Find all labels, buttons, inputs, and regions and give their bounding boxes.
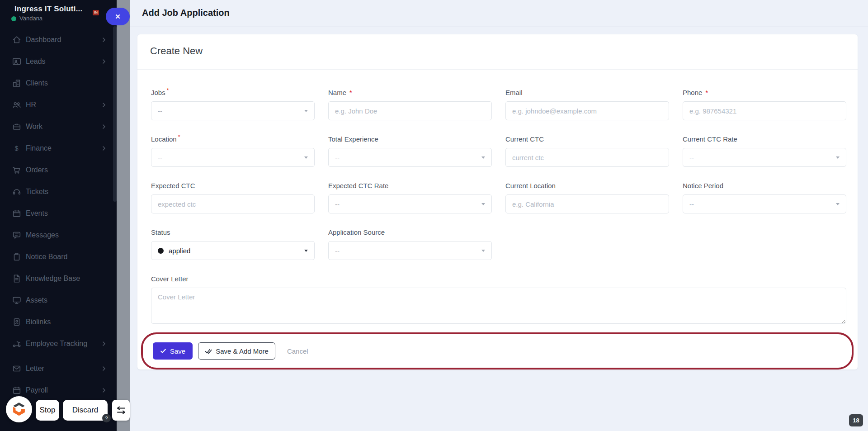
save-button[interactable]: Save [153,342,193,360]
field-label-text: Expected CTC [151,182,195,189]
status-dot-icon [158,248,164,254]
discard-button-label: Discard [72,406,99,415]
calendar-icon [12,385,22,395]
create-new-card: Create New Jobs*--Name*EmailPhone*Locati… [137,34,858,369]
expected-ctc-input[interactable] [151,194,315,213]
chevron-right-icon [100,365,108,372]
sidebar-item-label: Finance [26,144,52,152]
sidebar-item-orders[interactable]: Orders [0,159,117,181]
sidebar-scroll-track [117,0,130,431]
sidebar-item-leads[interactable]: Leads [0,51,117,72]
field-phone: Phone* [683,89,846,120]
sidebar-item-clients[interactable]: Clients [0,72,117,94]
sidebar-item-assets[interactable]: Assets [0,289,117,311]
sidebar-item-hr[interactable]: HR [0,94,117,116]
select-value: -- [335,200,340,208]
id-badge-icon [12,317,22,327]
email-input[interactable] [505,101,669,120]
cancel-button[interactable]: Cancel [287,347,308,355]
card-header: Create New [137,34,858,70]
extension-count-badge: 18 [849,414,863,426]
sidebar-item-tickets[interactable]: Tickets [0,181,117,203]
sidebar-item-finance[interactable]: $Finance [0,137,117,159]
total-experience-select[interactable]: -- [328,148,492,167]
footer-highlight-annotation: Save Save & Add More Cancel [141,332,854,369]
sidebar-item-label: Orders [26,166,48,174]
sidebar-item-label: Messages [26,231,59,239]
workspace-name: Ingress IT Soluti... [14,5,82,14]
cover-letter-textarea[interactable] [151,288,846,324]
location-select[interactable]: -- [151,148,315,167]
field-label: Name* [328,89,492,98]
current-location-input[interactable] [505,194,669,213]
application-source-select[interactable]: -- [328,241,492,260]
sidebar-item-knowledge-base[interactable]: Knowledge Base [0,268,117,289]
sidebar-item-messages[interactable]: Messages [0,224,117,246]
sidebar-item-label: Events [26,209,48,218]
extension-count-value: 18 [853,417,859,424]
sidebar-item-label: Tickets [26,188,48,196]
required-asterisk: * [167,87,169,94]
phone-input[interactable] [683,101,846,120]
help-button[interactable]: ? [102,414,111,422]
field-label: Jobs* [151,89,315,98]
select-value: applied [169,247,190,255]
field-label: Notice Period [683,182,846,191]
job-application-form: Jobs*--Name*EmailPhone*Location*--Total … [151,89,846,326]
close-panel-button[interactable]: ✕ [106,8,130,25]
field-application-source: Application Source-- [328,228,492,260]
field-jobs: Jobs*-- [151,89,315,120]
field-label: Total Experience [328,135,492,144]
field-label-text: Location [151,135,177,143]
sidebar-item-label: Employee Tracking [26,340,87,348]
field-label: Status [151,228,315,237]
swap-panel-button[interactable] [112,400,130,421]
sidebar-item-biolinks[interactable]: Biolinks [0,311,117,333]
chevron-right-icon [100,123,108,130]
sidebar-item-label: Biolinks [26,318,51,326]
sidebar-item-letter[interactable]: Letter [0,358,117,379]
field-label: Expected CTC [151,182,315,191]
discard-button[interactable]: Discard [63,400,108,421]
sidebar-item-label: Leads [26,57,46,66]
chevron-down-icon [481,203,485,205]
users-icon [12,100,22,110]
expected-ctc-rate-select[interactable]: -- [328,194,492,213]
jobs-select[interactable]: -- [151,101,315,120]
page-title: Add Job Application [142,8,230,18]
chevron-right-icon [100,387,108,394]
name-input[interactable] [328,101,492,120]
field-label: Phone* [683,89,846,98]
field-label: Email [505,89,669,98]
field-label: Application Source [328,228,492,237]
sidebar-item-dashboard[interactable]: Dashboard [0,29,117,51]
status-select[interactable]: applied [151,241,315,260]
chevron-right-icon [100,145,108,152]
sidebar-item-label: Payroll [26,386,48,394]
sidebar-scrollbar-thumb[interactable] [113,26,117,202]
sidebar-item-label: Dashboard [26,36,61,44]
sidebar-item-notice-board[interactable]: Notice Board [0,246,117,268]
chevron-down-icon [836,203,840,205]
save-and-add-more-button[interactable]: Save & Add More [198,342,275,360]
field-current-ctc: Current CTC [505,135,669,167]
field-label-text: Name [328,89,346,96]
field-label-text: Jobs [151,89,165,96]
sidebar-item-work[interactable]: Work [0,116,117,137]
current-ctc-rate-select[interactable]: -- [683,148,846,167]
notice-period-select[interactable]: -- [683,194,846,213]
field-label: Cover Letter [151,275,846,284]
recorder-logo-button[interactable] [6,396,32,422]
stop-button[interactable]: Stop [36,400,59,421]
sidebar-item-events[interactable]: Events [0,203,117,224]
field-status: Statusapplied [151,228,315,260]
select-value: -- [158,154,162,161]
field-label: Current CTC Rate [683,135,846,144]
chevron-down-icon [481,156,485,159]
help-button-label: ? [105,416,108,421]
sidebar-item-employee-tracking[interactable]: Employee Tracking [0,333,117,355]
chevron-down-icon [836,156,840,159]
select-value: -- [335,154,340,161]
building-icon [12,78,22,88]
current-ctc-input[interactable] [505,148,669,167]
